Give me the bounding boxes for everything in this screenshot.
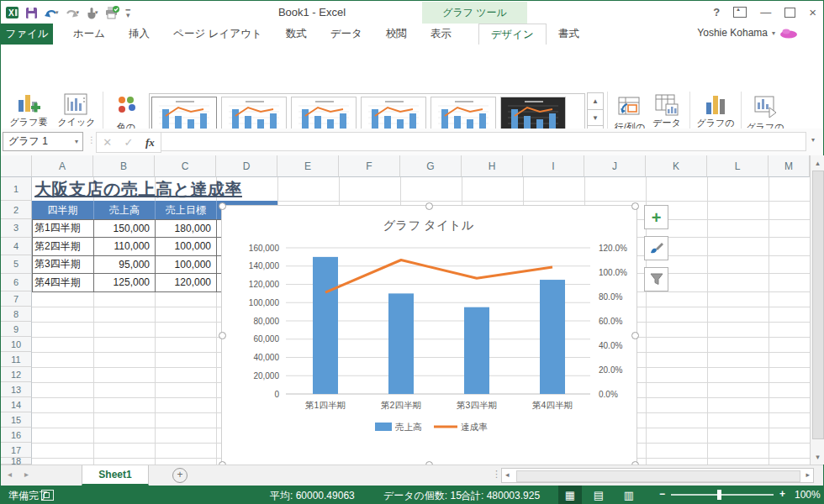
chart-selection-handle[interactable] bbox=[219, 202, 226, 210]
bar-第3四半期[interactable] bbox=[464, 307, 489, 394]
row-header-7[interactable]: 7 bbox=[1, 291, 32, 307]
cell-sales[interactable]: 95,000 bbox=[93, 255, 150, 274]
formula-splitter[interactable]: ⋮ bbox=[87, 135, 96, 144]
column-header-I[interactable]: I bbox=[523, 155, 584, 177]
tab-design[interactable]: デザイン bbox=[478, 24, 547, 45]
row-header-5[interactable]: 5 bbox=[1, 255, 32, 274]
enter-icon[interactable]: ✓ bbox=[124, 136, 134, 149]
legend-label-line[interactable]: 達成率 bbox=[461, 422, 488, 432]
user-account[interactable]: Yoshie Kohama ▾ bbox=[697, 27, 798, 39]
minimize-button[interactable]: — bbox=[760, 6, 771, 18]
row-header-14[interactable]: 14 bbox=[1, 397, 32, 412]
cell-target[interactable]: 120,000 bbox=[155, 274, 211, 292]
legend-label-bar[interactable]: 売上高 bbox=[395, 422, 422, 432]
name-box[interactable]: グラフ 1 ▾ bbox=[3, 132, 83, 151]
tab-home[interactable]: ホーム bbox=[61, 24, 117, 45]
row-header-10[interactable]: 10 bbox=[1, 337, 32, 352]
column-header-D[interactable]: D bbox=[216, 155, 277, 177]
chart-title[interactable]: グラフ タイトル bbox=[383, 218, 474, 232]
vertical-scroll-thumb[interactable] bbox=[812, 171, 824, 439]
zoom-slider-track[interactable] bbox=[671, 494, 774, 496]
chart-selection-handle[interactable] bbox=[425, 202, 433, 210]
insert-function-icon[interactable]: fx bbox=[145, 136, 155, 150]
row-header-15[interactable]: 15 bbox=[1, 412, 32, 428]
bar-第4四半期[interactable] bbox=[540, 280, 565, 394]
save-button[interactable] bbox=[25, 7, 38, 19]
line-series[interactable] bbox=[325, 260, 552, 293]
scroll-left-icon[interactable]: ◂ bbox=[505, 470, 510, 479]
maximize-button[interactable] bbox=[784, 8, 795, 18]
sheet-next-icon[interactable]: ▸ bbox=[24, 470, 29, 479]
row-header-4[interactable]: 4 bbox=[1, 238, 32, 256]
cell-target[interactable]: 180,000 bbox=[155, 219, 211, 238]
column-header-E[interactable]: E bbox=[277, 155, 339, 177]
tab-formulas[interactable]: 数式 bbox=[274, 24, 319, 45]
user-avatar[interactable] bbox=[779, 28, 798, 39]
cell-sales[interactable]: 150,000 bbox=[93, 219, 150, 238]
zoom-out-button[interactable]: − bbox=[659, 488, 665, 500]
row-header-12[interactable]: 12 bbox=[1, 367, 32, 382]
row-header-2[interactable]: 2 bbox=[1, 201, 32, 219]
tab-insert[interactable]: 挿入 bbox=[117, 24, 161, 45]
undo-button[interactable]: ▾ bbox=[44, 7, 59, 18]
zoom-in-button[interactable]: + bbox=[779, 488, 785, 500]
sheet-prev-icon[interactable]: ◂ bbox=[8, 470, 12, 479]
user-dropdown-icon[interactable]: ▾ bbox=[772, 29, 775, 37]
horizontal-scrollbar[interactable]: ◂ ▸ bbox=[501, 468, 814, 483]
row-header-8[interactable]: 8 bbox=[1, 307, 32, 322]
row-header-6[interactable]: 6 bbox=[1, 274, 32, 292]
touch-dropdown-icon[interactable]: ▾ bbox=[95, 9, 98, 16]
legend-swatch-bar[interactable] bbox=[375, 423, 392, 431]
quick-print-icon[interactable] bbox=[104, 6, 120, 19]
cell-target[interactable]: 100,000 bbox=[155, 255, 211, 274]
scroll-down-icon[interactable]: ▾ bbox=[811, 453, 824, 461]
vertical-scrollbar[interactable]: ▴ ▾ bbox=[810, 155, 824, 465]
view-page-layout-button[interactable]: ▤ bbox=[587, 486, 610, 504]
row-header-9[interactable]: 9 bbox=[1, 322, 32, 337]
undo-dropdown-icon[interactable]: ▾ bbox=[55, 9, 59, 16]
zoom-slider-thumb[interactable] bbox=[717, 490, 721, 500]
cell-target[interactable]: 100,000 bbox=[155, 238, 211, 256]
table-header-cell[interactable]: 四半期 bbox=[32, 201, 93, 219]
chart[interactable]: グラフ タイトル160,000140,000120,000100,00080,0… bbox=[221, 205, 637, 467]
scroll-right-icon[interactable]: ▸ bbox=[806, 470, 810, 479]
cell-quarter[interactable]: 第3四半期 bbox=[34, 255, 92, 274]
redo-button[interactable]: ▾ bbox=[65, 7, 80, 18]
chart-elements-button[interactable]: + bbox=[644, 205, 668, 229]
sheet-tab-active[interactable]: Sheet1 bbox=[82, 465, 149, 486]
row-header-13[interactable]: 13 bbox=[1, 382, 32, 397]
ribbon-display-options-button[interactable]: ▴ bbox=[733, 7, 747, 18]
chart-filter-button[interactable] bbox=[644, 267, 668, 291]
tab-page-layout[interactable]: ページ レイアウト bbox=[161, 24, 274, 45]
view-page-break-button[interactable]: ▥ bbox=[617, 486, 641, 504]
column-header-B[interactable]: B bbox=[93, 155, 155, 177]
table-header-cell[interactable]: 売上高 bbox=[93, 201, 155, 219]
column-header-F[interactable]: F bbox=[339, 155, 400, 177]
customize-qat-icon[interactable]: ━▾ bbox=[126, 8, 130, 18]
help-button[interactable]: ? bbox=[713, 6, 720, 18]
cell-sales[interactable]: 125,000 bbox=[93, 274, 150, 292]
table-header-cell[interactable]: 売上目標 bbox=[155, 201, 216, 219]
redo-dropdown-icon[interactable]: ▾ bbox=[77, 9, 80, 16]
gallery-scroll-down[interactable]: ▼ bbox=[587, 109, 604, 127]
bar-第2四半期[interactable] bbox=[388, 293, 414, 394]
row-header-1[interactable]: 1 bbox=[1, 177, 32, 201]
column-header-K[interactable]: K bbox=[646, 155, 707, 177]
column-header-A[interactable]: A bbox=[32, 155, 93, 177]
formula-bar-expand-icon[interactable]: ▾ bbox=[811, 136, 815, 144]
cell-doc-title[interactable]: 大阪支店の売上高と達成率 bbox=[34, 178, 242, 201]
scroll-up-icon[interactable]: ▴ bbox=[811, 159, 824, 167]
cell-quarter[interactable]: 第2四半期 bbox=[34, 238, 92, 256]
gallery-scroll-up[interactable]: ▲ bbox=[587, 92, 604, 110]
name-box-dropdown-icon[interactable]: ▾ bbox=[75, 138, 78, 145]
chart-selection-handle[interactable] bbox=[631, 202, 639, 210]
tab-view[interactable]: 表示 bbox=[419, 24, 463, 45]
close-button[interactable]: × bbox=[809, 5, 816, 19]
tab-file[interactable]: ファイル bbox=[1, 24, 53, 45]
select-all-corner[interactable] bbox=[1, 155, 32, 177]
tab-format[interactable]: 書式 bbox=[547, 24, 591, 45]
column-header-G[interactable]: G bbox=[400, 155, 462, 177]
chart-selection-handle[interactable] bbox=[631, 332, 639, 339]
column-header-H[interactable]: H bbox=[462, 155, 523, 177]
chart-selection-handle[interactable] bbox=[219, 332, 226, 339]
